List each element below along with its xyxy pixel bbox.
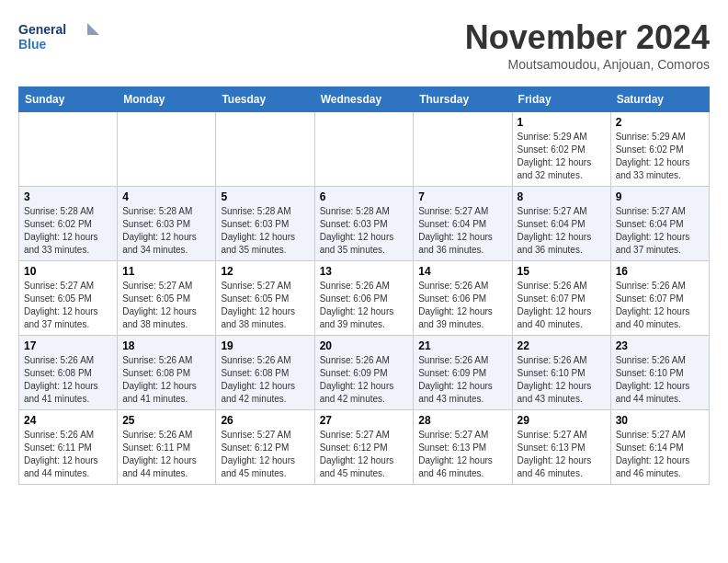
- month-title: November 2024: [465, 18, 710, 57]
- calendar-cell: 2Sunrise: 5:29 AM Sunset: 6:02 PM Daylig…: [610, 112, 709, 187]
- svg-text:Blue: Blue: [18, 37, 47, 52]
- calendar-cell: [216, 112, 314, 187]
- calendar-cell: 19Sunrise: 5:26 AM Sunset: 6:08 PM Dayli…: [216, 336, 314, 410]
- day-info: Sunrise: 5:28 AM Sunset: 6:03 PM Dayligh…: [320, 205, 409, 257]
- day-info: Sunrise: 5:26 AM Sunset: 6:08 PM Dayligh…: [122, 354, 210, 406]
- weekday-header: Sunday: [19, 87, 118, 112]
- calendar-cell: 27Sunrise: 5:27 AM Sunset: 6:12 PM Dayli…: [314, 410, 414, 485]
- calendar-cell: 6Sunrise: 5:28 AM Sunset: 6:03 PM Daylig…: [314, 187, 414, 261]
- calendar-cell: 14Sunrise: 5:26 AM Sunset: 6:06 PM Dayli…: [414, 261, 512, 336]
- day-info: Sunrise: 5:29 AM Sunset: 6:02 PM Dayligh…: [616, 131, 704, 182]
- day-number: 6: [320, 190, 409, 203]
- day-number: 18: [122, 339, 210, 352]
- calendar-week-row: 3Sunrise: 5:28 AM Sunset: 6:02 PM Daylig…: [19, 187, 710, 261]
- calendar-cell: 13Sunrise: 5:26 AM Sunset: 6:06 PM Dayli…: [314, 261, 414, 336]
- day-info: Sunrise: 5:26 AM Sunset: 6:08 PM Dayligh…: [24, 354, 112, 406]
- calendar-cell: 21Sunrise: 5:26 AM Sunset: 6:09 PM Dayli…: [414, 336, 512, 410]
- calendar-cell: 26Sunrise: 5:27 AM Sunset: 6:12 PM Dayli…: [216, 410, 314, 485]
- calendar-cell: 17Sunrise: 5:26 AM Sunset: 6:08 PM Dayli…: [19, 336, 118, 410]
- page-header: General Blue November 2024 Moutsamoudou,…: [18, 18, 710, 72]
- location: Moutsamoudou, Anjouan, Comoros: [465, 57, 710, 72]
- calendar-cell: 24Sunrise: 5:26 AM Sunset: 6:11 PM Dayli…: [19, 410, 118, 485]
- calendar-cell: 12Sunrise: 5:27 AM Sunset: 6:05 PM Dayli…: [216, 261, 314, 336]
- day-info: Sunrise: 5:27 AM Sunset: 6:05 PM Dayligh…: [122, 280, 210, 331]
- weekday-header: Tuesday: [216, 87, 314, 112]
- calendar-cell: 10Sunrise: 5:27 AM Sunset: 6:05 PM Dayli…: [19, 261, 118, 336]
- calendar-week-row: 17Sunrise: 5:26 AM Sunset: 6:08 PM Dayli…: [19, 336, 710, 410]
- day-number: 7: [418, 190, 506, 203]
- calendar-cell: 15Sunrise: 5:26 AM Sunset: 6:07 PM Dayli…: [512, 261, 610, 336]
- day-info: Sunrise: 5:29 AM Sunset: 6:02 PM Dayligh…: [518, 131, 606, 182]
- calendar-cell: [19, 112, 118, 187]
- day-number: 19: [221, 339, 309, 352]
- day-info: Sunrise: 5:27 AM Sunset: 6:12 PM Dayligh…: [221, 429, 309, 480]
- day-number: 4: [122, 190, 210, 203]
- day-number: 2: [616, 116, 704, 129]
- calendar-cell: 25Sunrise: 5:26 AM Sunset: 6:11 PM Dayli…: [118, 410, 216, 485]
- day-number: 1: [518, 116, 606, 129]
- day-info: Sunrise: 5:26 AM Sunset: 6:09 PM Dayligh…: [418, 354, 506, 406]
- day-info: Sunrise: 5:26 AM Sunset: 6:11 PM Dayligh…: [24, 429, 112, 480]
- day-number: 21: [418, 339, 506, 352]
- day-info: Sunrise: 5:26 AM Sunset: 6:11 PM Dayligh…: [122, 429, 210, 480]
- weekday-header: Monday: [118, 87, 216, 112]
- calendar-cell: [314, 112, 414, 187]
- day-info: Sunrise: 5:27 AM Sunset: 6:12 PM Dayligh…: [320, 429, 409, 480]
- day-number: 12: [221, 265, 309, 278]
- calendar-cell: [118, 112, 216, 187]
- day-number: 29: [518, 414, 606, 427]
- calendar-cell: 30Sunrise: 5:27 AM Sunset: 6:14 PM Dayli…: [610, 410, 709, 485]
- day-number: 13: [320, 265, 409, 278]
- day-number: 26: [221, 414, 309, 427]
- weekday-header: Thursday: [414, 87, 512, 112]
- day-info: Sunrise: 5:26 AM Sunset: 6:10 PM Dayligh…: [518, 354, 606, 406]
- day-info: Sunrise: 5:26 AM Sunset: 6:07 PM Dayligh…: [518, 280, 606, 331]
- calendar-week-row: 24Sunrise: 5:26 AM Sunset: 6:11 PM Dayli…: [19, 410, 710, 485]
- calendar-cell: 1Sunrise: 5:29 AM Sunset: 6:02 PM Daylig…: [512, 112, 610, 187]
- day-number: 15: [518, 265, 606, 278]
- title-section: November 2024 Moutsamoudou, Anjouan, Com…: [465, 18, 710, 72]
- calendar-cell: 28Sunrise: 5:27 AM Sunset: 6:13 PM Dayli…: [414, 410, 512, 485]
- calendar-cell: 18Sunrise: 5:26 AM Sunset: 6:08 PM Dayli…: [118, 336, 216, 410]
- weekday-header: Friday: [512, 87, 610, 112]
- day-info: Sunrise: 5:28 AM Sunset: 6:03 PM Dayligh…: [221, 205, 309, 257]
- calendar-cell: 29Sunrise: 5:27 AM Sunset: 6:13 PM Dayli…: [512, 410, 610, 485]
- day-number: 28: [418, 414, 506, 427]
- day-info: Sunrise: 5:27 AM Sunset: 6:04 PM Dayligh…: [518, 205, 606, 257]
- calendar-cell: 3Sunrise: 5:28 AM Sunset: 6:02 PM Daylig…: [19, 187, 118, 261]
- day-info: Sunrise: 5:26 AM Sunset: 6:10 PM Dayligh…: [616, 354, 704, 406]
- day-info: Sunrise: 5:26 AM Sunset: 6:08 PM Dayligh…: [221, 354, 309, 406]
- day-number: 14: [418, 265, 506, 278]
- day-info: Sunrise: 5:26 AM Sunset: 6:09 PM Dayligh…: [320, 354, 409, 406]
- weekday-header: Wednesday: [314, 87, 414, 112]
- calendar-cell: 20Sunrise: 5:26 AM Sunset: 6:09 PM Dayli…: [314, 336, 414, 410]
- day-number: 10: [24, 265, 112, 278]
- calendar-cell: [414, 112, 512, 187]
- day-number: 17: [24, 339, 112, 352]
- day-info: Sunrise: 5:27 AM Sunset: 6:05 PM Dayligh…: [24, 280, 112, 331]
- day-info: Sunrise: 5:27 AM Sunset: 6:13 PM Dayligh…: [418, 429, 506, 480]
- day-info: Sunrise: 5:28 AM Sunset: 6:02 PM Dayligh…: [24, 205, 112, 257]
- calendar-table: SundayMondayTuesdayWednesdayThursdayFrid…: [18, 86, 710, 485]
- calendar-header: SundayMondayTuesdayWednesdayThursdayFrid…: [19, 87, 710, 112]
- day-number: 11: [122, 265, 210, 278]
- calendar-cell: 7Sunrise: 5:27 AM Sunset: 6:04 PM Daylig…: [414, 187, 512, 261]
- calendar-cell: 23Sunrise: 5:26 AM Sunset: 6:10 PM Dayli…: [610, 336, 709, 410]
- day-number: 8: [518, 190, 606, 203]
- day-number: 24: [24, 414, 112, 427]
- day-number: 20: [320, 339, 409, 352]
- day-info: Sunrise: 5:26 AM Sunset: 6:07 PM Dayligh…: [616, 280, 704, 331]
- day-number: 3: [24, 190, 112, 203]
- day-info: Sunrise: 5:27 AM Sunset: 6:13 PM Dayligh…: [518, 429, 606, 480]
- day-info: Sunrise: 5:28 AM Sunset: 6:03 PM Dayligh…: [122, 205, 210, 257]
- day-info: Sunrise: 5:27 AM Sunset: 6:05 PM Dayligh…: [221, 280, 309, 331]
- calendar-cell: 16Sunrise: 5:26 AM Sunset: 6:07 PM Dayli…: [610, 261, 709, 336]
- calendar-cell: 8Sunrise: 5:27 AM Sunset: 6:04 PM Daylig…: [512, 187, 610, 261]
- day-info: Sunrise: 5:27 AM Sunset: 6:04 PM Dayligh…: [418, 205, 506, 257]
- day-number: 25: [122, 414, 210, 427]
- calendar-cell: 9Sunrise: 5:27 AM Sunset: 6:04 PM Daylig…: [610, 187, 709, 261]
- logo-svg: General Blue: [18, 18, 101, 55]
- day-info: Sunrise: 5:27 AM Sunset: 6:04 PM Dayligh…: [616, 205, 704, 257]
- day-number: 23: [616, 339, 704, 352]
- calendar-cell: 11Sunrise: 5:27 AM Sunset: 6:05 PM Dayli…: [118, 261, 216, 336]
